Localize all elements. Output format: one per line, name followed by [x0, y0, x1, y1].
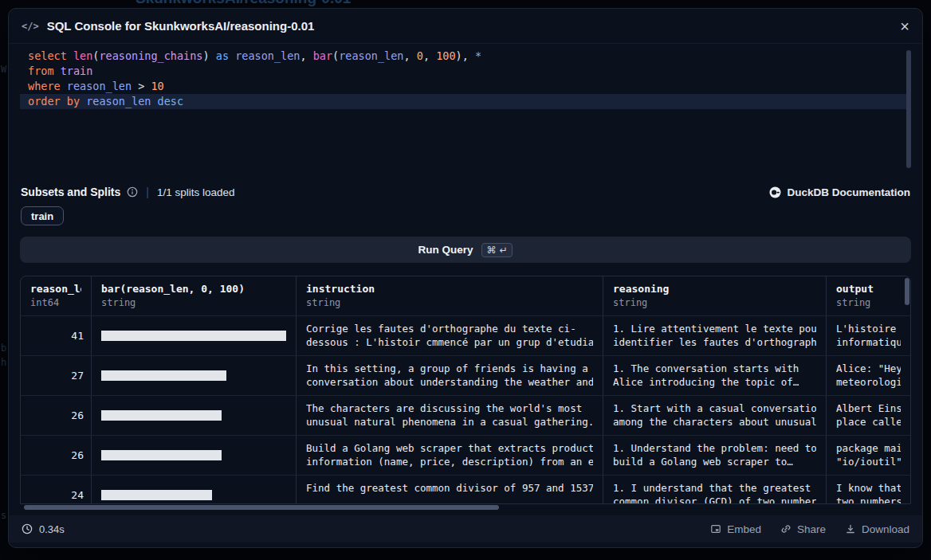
share-button[interactable]: Share [780, 523, 826, 535]
split-chips: train [9, 206, 922, 225]
backdrop-text-fragment: b [1, 343, 6, 354]
download-button[interactable]: Download [845, 523, 909, 535]
value-bar [101, 450, 222, 460]
close-button[interactable]: × [900, 18, 909, 34]
editor-scrollbar[interactable] [906, 50, 911, 168]
subsets-splits-title: Subsets and Splits [21, 186, 120, 198]
modal-header: </> SQL Console for SkunkworksAI/reasoni… [9, 9, 922, 44]
table-row: 41Corrige les fautes d'orthographe du te… [21, 315, 910, 355]
results-table: reason_lenint64bar(reason_len, 0, 100)st… [20, 276, 911, 504]
column-header: bar(reason_len, 0, 100)string [92, 276, 297, 315]
value-bar [101, 410, 222, 421]
output-cell: I know that ttwo numbers i [827, 476, 910, 504]
column-header: reasoningstring [603, 276, 827, 315]
table-scrollbar-vertical[interactable] [905, 278, 909, 305]
bar-cell [92, 356, 297, 395]
table-row: 26The characters are discussing the worl… [21, 395, 910, 435]
hscroll-thumb[interactable] [24, 505, 499, 510]
instruction-cell: Build a Golang web scraper that extracts… [297, 436, 603, 475]
sql-code-line: order by reason_len desc [20, 94, 911, 109]
reason-len-cell: 26 [21, 396, 92, 435]
sql-code-line: from train [20, 64, 911, 79]
reason-len-cell: 24 [21, 476, 92, 504]
reasoning-cell: 1. Start with a casual conversationamong… [603, 396, 827, 435]
reason-len-cell: 26 [21, 436, 92, 475]
bar-cell [92, 396, 297, 435]
table-row: 26Build a Golang web scraper that extrac… [21, 435, 910, 475]
output-cell: L'histoire coinformatique c [827, 316, 910, 355]
embed-icon [710, 523, 721, 535]
backdrop-heading-fragment: SkunkworksAI/reasoning-0.01 [136, 0, 351, 7]
bar-cell [92, 316, 297, 355]
reasoning-cell: 1. Lire attentivement le texte pourident… [603, 316, 827, 355]
reasoning-cell: 1. Understand the problem: need tobuild … [603, 436, 827, 475]
column-header: outputstring [827, 276, 910, 315]
column-header: reason_lenint64 [21, 276, 92, 315]
sql-console-modal: </> SQL Console for SkunkworksAI/reasoni… [8, 8, 923, 548]
subsets-row: Subsets and Splits | 1/1 splits loaded D… [9, 184, 922, 200]
info-icon[interactable] [127, 186, 138, 198]
query-duration: 0.34s [39, 523, 65, 535]
duckdb-docs-label: DuckDB Documentation [787, 186, 910, 198]
reason-len-cell: 27 [21, 356, 92, 395]
table-row: 27In this setting, a group of friends is… [21, 355, 910, 395]
bar-cell [92, 476, 297, 504]
table-body: 41Corrige les fautes d'orthographe du te… [21, 315, 910, 504]
embed-button[interactable]: Embed [710, 523, 761, 535]
meta-divider: | [146, 186, 149, 198]
code-icon: </> [22, 21, 39, 32]
sql-editor-lines: select len(reasoning_chains) as reason_l… [20, 49, 911, 109]
embed-label: Embed [727, 523, 761, 535]
footer-bar: 0.34s Embed Share [9, 515, 922, 542]
backdrop-text-fragment: h [1, 357, 6, 368]
run-query-button[interactable]: Run Query ⌘ ↵ [20, 237, 911, 263]
modal-title: SQL Console for SkunkworksAI/reasoning-0… [47, 19, 315, 33]
duckdb-icon [769, 186, 781, 198]
shortcut-chip: ⌘ ↵ [481, 243, 513, 257]
share-label: Share [797, 523, 826, 535]
sql-editor[interactable]: select len(reasoning_chains) as reason_l… [20, 49, 911, 171]
run-query-label: Run Query [418, 244, 473, 256]
output-cell: package main "io/ioutil" " [827, 436, 910, 475]
table-scrollbar-horizontal[interactable] [20, 505, 911, 510]
reason-len-cell: 41 [21, 316, 92, 355]
duckdb-docs-link[interactable]: DuckDB Documentation [769, 186, 910, 198]
sql-code-line: where reason_len > 10 [20, 79, 911, 94]
backdrop-text-fragment: s [1, 510, 6, 521]
value-bar [101, 370, 226, 381]
instruction-cell: Corrige les fautes d'orthographe du text… [297, 316, 603, 355]
table-header-row: reason_lenint64bar(reason_len, 0, 100)st… [21, 276, 910, 315]
download-icon [845, 523, 856, 535]
instruction-cell: In this setting, a group of friends is h… [297, 356, 603, 395]
split-chip-train[interactable]: train [21, 206, 64, 225]
value-bar [101, 331, 286, 341]
output-cell: Albert Einsteplace called [827, 396, 910, 435]
bar-cell [92, 436, 297, 475]
splits-loaded-text: 1/1 splits loaded [157, 186, 235, 198]
backdrop-text-fragment: W [1, 64, 6, 75]
table-row: 24Find the greatest common divisor of 95… [21, 475, 910, 504]
clock-icon [22, 523, 33, 535]
footer-actions: Embed Share Download [710, 523, 909, 535]
share-icon [780, 523, 792, 535]
instruction-cell: Find the greatest common divisor of 957 … [297, 476, 603, 504]
value-bar [101, 490, 212, 500]
instruction-cell: The characters are discussing the world'… [297, 396, 603, 435]
sql-code-line: select len(reasoning_chains) as reason_l… [20, 49, 911, 64]
column-header: instructionstring [297, 276, 603, 315]
reasoning-cell: 1. The conversation starts withAlice int… [603, 356, 827, 395]
reasoning-cell: 1. I understand that the greatestcommon … [603, 476, 827, 504]
output-cell: Alice: "Hey gmeteorologist [827, 356, 910, 395]
download-label: Download [862, 523, 909, 535]
